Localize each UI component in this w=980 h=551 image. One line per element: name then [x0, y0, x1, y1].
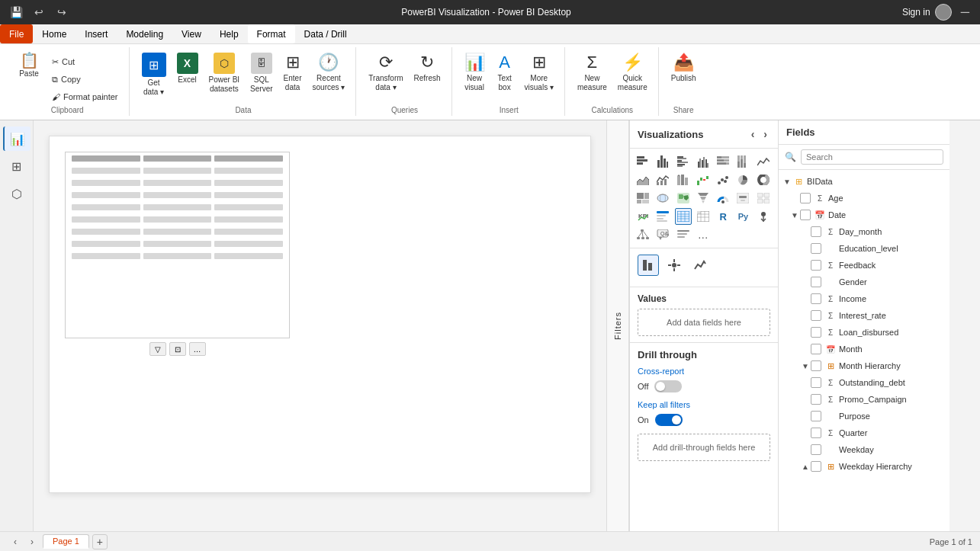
tree-item-age[interactable]: Σ Age [779, 190, 949, 207]
tree-item-month-hierarchy[interactable]: ▼ ⊞ Month Hierarchy [779, 357, 949, 374]
viz-line-clustered[interactable] [654, 171, 671, 188]
purpose-checkbox[interactable] [811, 411, 821, 421]
viz-ribbon[interactable] [675, 171, 692, 188]
visual-more-btn[interactable]: … [189, 342, 206, 356]
text-box-button[interactable]: A Text box [491, 50, 519, 105]
excel-button[interactable]: X Excel [172, 50, 203, 105]
viz-pie[interactable] [734, 171, 751, 188]
viz-clustered-bar[interactable] [675, 153, 692, 170]
table-view-icon[interactable]: ⊞ [3, 154, 31, 178]
date-expand-icon[interactable]: ▼ [789, 211, 800, 219]
viz-card[interactable] [734, 190, 751, 207]
interest-checkbox[interactable] [811, 310, 821, 321]
tree-item-income[interactable]: Σ Income [779, 290, 949, 307]
undo-icon[interactable]: ↩ [31, 4, 47, 21]
viz-treemap[interactable] [635, 190, 651, 207]
tree-item-interest[interactable]: Σ Interest_rate [779, 307, 949, 324]
viz-more[interactable]: … [695, 226, 712, 243]
viz-expand-btn[interactable]: › [760, 127, 770, 142]
tree-item-purpose[interactable]: Purpose [779, 408, 949, 424]
quarter-checkbox[interactable] [811, 428, 821, 438]
tree-item-day-month[interactable]: Σ Day_month [779, 223, 949, 240]
cross-report-label[interactable]: Cross-report [638, 367, 770, 376]
viz-donut[interactable] [755, 171, 772, 188]
menu-insert[interactable]: Insert [76, 24, 117, 43]
age-checkbox[interactable] [800, 193, 811, 203]
tree-item-outstanding[interactable]: Σ Outstanding_debt [779, 374, 949, 391]
outstanding-checkbox[interactable] [811, 377, 821, 388]
day-month-checkbox[interactable] [811, 226, 821, 237]
quick-measure-button[interactable]: ⚡ Quick measure [613, 50, 652, 105]
menu-home[interactable]: Home [33, 24, 76, 43]
fields-search-input[interactable] [801, 149, 943, 165]
viz-gauge[interactable] [715, 190, 731, 207]
weekday-hier-checkbox[interactable] [811, 461, 821, 472]
redo-icon[interactable]: ↪ [53, 4, 70, 21]
filters-bar[interactable]: Filters [606, 120, 629, 531]
gender-checkbox[interactable] [811, 277, 821, 287]
viz-slicer[interactable] [654, 208, 671, 225]
visual-focus-btn[interactable]: ⊡ [169, 342, 186, 356]
tree-item-education[interactable]: Education_level [779, 240, 949, 257]
menu-file[interactable]: File [0, 24, 33, 43]
page-1-tab[interactable]: Page 1 [43, 534, 89, 549]
powerbi-datasets-button[interactable]: ⬡ Power BI datasets [204, 50, 245, 105]
tree-root-bidata[interactable]: ▼ ⊞ BIData [779, 173, 949, 190]
menu-view[interactable]: View [172, 24, 210, 43]
promo-checkbox[interactable] [811, 394, 821, 405]
viz-python[interactable]: Py [734, 208, 751, 225]
viz-area[interactable] [635, 171, 651, 188]
viz-filled-map[interactable] [675, 190, 692, 207]
new-measure-button[interactable]: Σ New measure [573, 50, 612, 105]
viz-100-bar[interactable] [715, 153, 731, 170]
cut-button[interactable]: ✂ Cut [47, 53, 123, 70]
format-painter-button[interactable]: 🖌 Format painter [47, 88, 123, 105]
tree-item-loan[interactable]: Σ Loan_disbursed [779, 324, 949, 341]
sign-in-button[interactable]: Sign in [902, 4, 952, 21]
publish-button[interactable]: 📤 Publish [667, 50, 701, 105]
viz-table[interactable] [675, 208, 692, 225]
viz-stacked-bar[interactable] [635, 153, 651, 170]
viz-line[interactable] [755, 153, 772, 170]
viz-key-influencers[interactable] [755, 208, 772, 225]
refresh-button[interactable]: ↻ Refresh [410, 50, 445, 105]
minimize-button[interactable]: ─ [958, 5, 972, 19]
viz-funnel[interactable] [695, 190, 712, 207]
add-page-btn[interactable]: + [92, 534, 108, 549]
root-expand-icon[interactable]: ▼ [782, 178, 792, 186]
new-visual-button[interactable]: 📊 New visual [460, 50, 490, 105]
tree-item-gender[interactable]: Gender [779, 274, 949, 290]
tree-item-month[interactable]: 📅 Month [779, 341, 949, 357]
page-next-btn[interactable]: › [24, 534, 40, 549]
viz-kpi[interactable]: KPI [635, 208, 651, 225]
viz-collapse-btn[interactable]: ‹ [748, 127, 758, 142]
analytics-btn[interactable] [689, 255, 711, 276]
viz-waterfall[interactable] [695, 171, 712, 188]
canvas-area[interactable]: ▽ ⊡ … [34, 120, 606, 531]
month-hier-checkbox[interactable] [811, 360, 821, 371]
visual-table[interactable]: ▽ ⊡ … [65, 152, 290, 338]
cross-report-toggle[interactable] [654, 380, 682, 392]
menu-help[interactable]: Help [210, 24, 248, 43]
viz-smart-narrative[interactable] [675, 226, 692, 243]
weekday-checkbox[interactable] [811, 444, 821, 455]
more-visuals-button[interactable]: ⊞ More visuals ▾ [520, 50, 558, 105]
report-view-icon[interactable]: 📊 [3, 127, 31, 151]
education-checkbox[interactable] [811, 243, 821, 254]
tree-item-quarter[interactable]: Σ Quarter [779, 424, 949, 441]
tree-item-date[interactable]: ▼ 📅 Date [779, 207, 949, 223]
paste-button[interactable]: 📋 Paste [12, 50, 46, 105]
month-checkbox[interactable] [811, 344, 821, 354]
visual-filter-btn[interactable]: ▽ [149, 342, 166, 356]
page-prev-btn[interactable]: ‹ [8, 534, 23, 549]
save-icon[interactable]: 💾 [8, 4, 24, 21]
date-checkbox[interactable] [800, 210, 811, 220]
tree-item-promo[interactable]: Σ Promo_Campaign [779, 391, 949, 408]
add-drill-fields[interactable]: Add drill-through fields here [638, 434, 770, 461]
build-visual-btn[interactable] [638, 255, 659, 276]
keep-all-toggle[interactable] [655, 414, 683, 426]
viz-clustered-col[interactable] [695, 153, 712, 170]
tree-item-feedback[interactable]: Σ Feedback [779, 257, 949, 274]
viz-100-col[interactable] [734, 153, 751, 170]
viz-multi-row-card[interactable] [755, 190, 772, 207]
